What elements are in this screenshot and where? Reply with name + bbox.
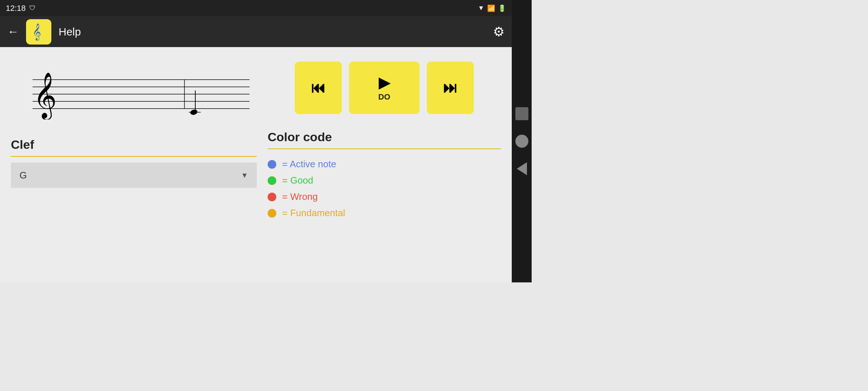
- nav-back-button[interactable]: [517, 162, 527, 175]
- status-bar: 12:18 🛡 ▼ 📶 🔋: [0, 0, 512, 16]
- next-button[interactable]: ⏭: [427, 62, 474, 114]
- color-code-section: Color code = Active note = Good = Wrong …: [268, 130, 501, 222]
- clef-dropdown[interactable]: G ▼: [11, 163, 257, 188]
- staff-area: 𝄞: [11, 54, 257, 127]
- clef-selected-value: G: [20, 170, 27, 181]
- wifi-icon: ▼: [478, 4, 484, 12]
- page-title: Help: [59, 26, 81, 38]
- staff-svg: 𝄞: [11, 62, 257, 119]
- list-item: = Wrong: [268, 191, 501, 202]
- battery-icon: 🔋: [498, 4, 506, 12]
- color-code-text: = Good: [282, 175, 313, 186]
- app-icon: 𝄞: [26, 19, 51, 45]
- color-code-text: = Wrong: [282, 191, 318, 202]
- svg-text:𝄞: 𝄞: [33, 73, 57, 119]
- right-panel: ⏮ ▶ DO ⏭ Color code = Active: [268, 54, 501, 275]
- color-dot: [268, 176, 276, 185]
- back-button[interactable]: ←: [7, 25, 19, 38]
- status-time: 12:18: [6, 4, 26, 13]
- color-dot: [268, 193, 276, 201]
- prev-button[interactable]: ⏮: [295, 62, 342, 114]
- color-dot: [268, 209, 276, 218]
- left-panel: 𝄞 Clef G: [11, 54, 257, 275]
- app-bar: ← 𝄞 Help ⚙: [0, 16, 512, 47]
- chevron-down-icon: ▼: [241, 171, 248, 180]
- color-code-text: = Active note: [282, 159, 336, 170]
- side-nav: [512, 0, 532, 282]
- clef-divider: [11, 156, 257, 157]
- nav-circle-button[interactable]: [515, 135, 528, 148]
- svg-text:𝄞: 𝄞: [33, 24, 41, 41]
- list-item: = Good: [268, 175, 501, 186]
- shield-icon: 🛡: [29, 4, 36, 12]
- nav-square-button[interactable]: [515, 107, 528, 120]
- play-button[interactable]: ▶ DO: [349, 62, 420, 114]
- next-icon: ⏭: [443, 80, 458, 96]
- list-item: = Fundamental: [268, 207, 501, 219]
- list-item: = Active note: [268, 159, 501, 170]
- color-code-title: Color code: [268, 130, 501, 144]
- color-code-divider: [268, 148, 501, 149]
- prev-icon: ⏮: [311, 80, 326, 96]
- settings-button[interactable]: ⚙: [493, 24, 505, 39]
- play-icon: ▶: [379, 74, 390, 91]
- note-label: DO: [378, 92, 390, 102]
- clef-title: Clef: [11, 138, 257, 152]
- main-content: 𝄞 Clef G: [0, 47, 512, 282]
- clef-section: Clef G ▼: [11, 138, 257, 188]
- color-dot: [268, 160, 276, 169]
- playback-controls: ⏮ ▶ DO ⏭: [268, 58, 501, 121]
- color-code-list: = Active note = Good = Wrong = Fundament…: [268, 155, 501, 222]
- color-code-text: = Fundamental: [282, 207, 345, 219]
- signal-icon: 📶: [487, 4, 495, 12]
